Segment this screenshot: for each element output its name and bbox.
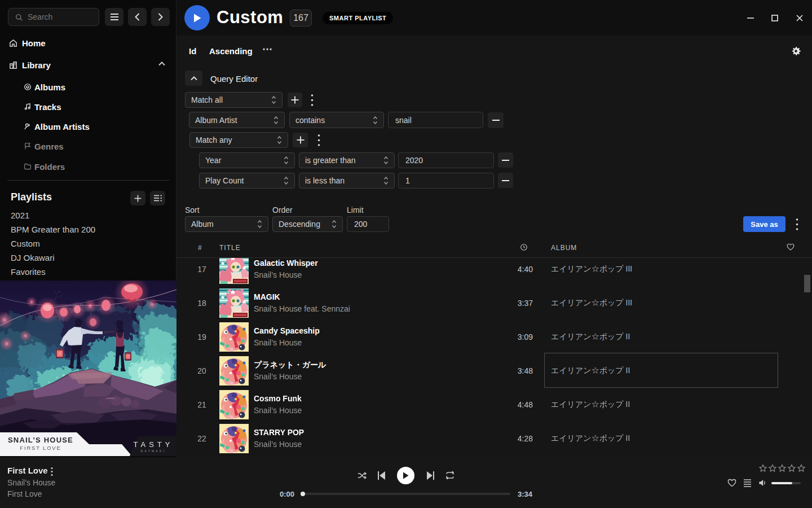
- svg-text:FIRST LOVE: FIRST LOVE: [20, 445, 61, 451]
- svg-text:SNAIL’S HOUSE: SNAIL’S HOUSE: [8, 436, 73, 444]
- svg-text:TASTY: TASTY: [134, 440, 174, 449]
- svg-text:EATMAXI: EATMAXI: [141, 449, 166, 453]
